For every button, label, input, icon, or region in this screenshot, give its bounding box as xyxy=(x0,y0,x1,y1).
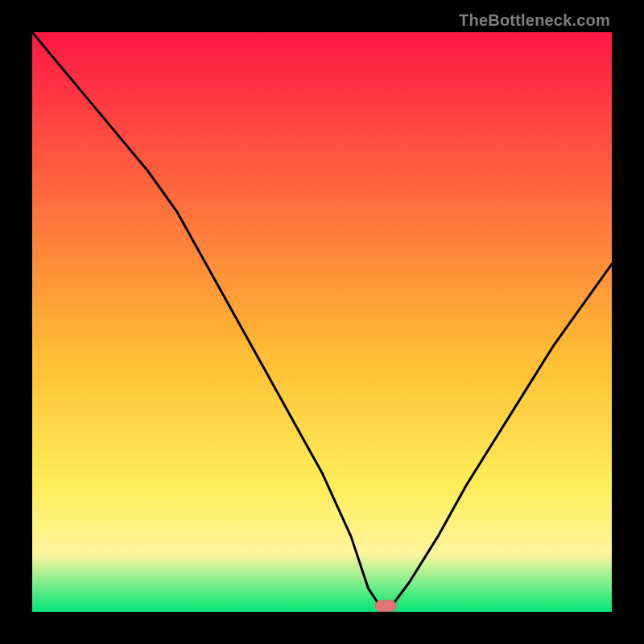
bottleneck-chart: TheBottleneck.com xyxy=(0,0,644,644)
optimal-marker xyxy=(375,601,396,612)
gradient-background xyxy=(32,32,612,612)
plot-area xyxy=(32,32,612,612)
attribution-label: TheBottleneck.com xyxy=(459,11,610,30)
